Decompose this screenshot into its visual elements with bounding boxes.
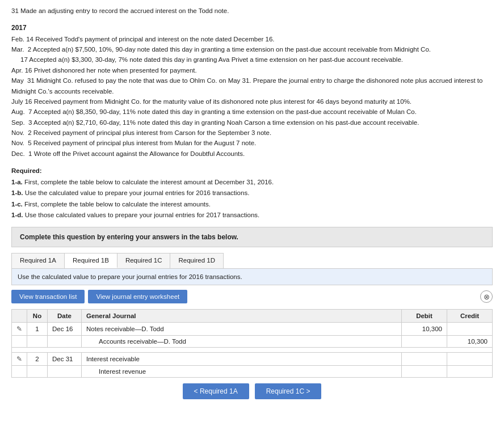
- table-row: ✎ 2 Dec 31 Interest receivable: [12, 353, 493, 366]
- table-row: ✎ 1 Dec 16 Notes receivable—D. Todd 10,3…: [12, 323, 493, 336]
- row-no-1: 1: [27, 323, 48, 336]
- required-title: Required:: [11, 167, 42, 174]
- row-debit-1a[interactable]: 10,300: [402, 323, 447, 336]
- transaction-item: 17 Accepted a(n) $3,300, 30-day, 7% note…: [11, 54, 493, 65]
- col-header-date: Date: [48, 310, 82, 323]
- row-no-2: 2: [27, 353, 48, 366]
- required-item: 1-a. First, complete the table below to …: [11, 177, 493, 188]
- buttons-row: View transaction list View journal entry…: [11, 290, 493, 303]
- row-debit-2a[interactable]: [402, 353, 447, 366]
- tab-required-1a[interactable]: Required 1A: [12, 253, 65, 268]
- required-item: 1-b. Use the calculated value to prepare…: [11, 188, 493, 199]
- page-content: 31 Made an adjusting entry to record the…: [11, 6, 493, 399]
- row-credit-1b[interactable]: 10,300: [447, 336, 493, 348]
- journal-table: No Date General Journal Debit Credit ✎ 1…: [11, 309, 493, 378]
- col-header-credit: Credit: [447, 310, 493, 323]
- col-header-general-journal: General Journal: [82, 310, 402, 323]
- prev-button[interactable]: < Required 1A: [183, 383, 249, 399]
- tab-content-area: Use the calculated value to prepare your…: [11, 268, 493, 285]
- tab-required-1b[interactable]: Required 1B: [65, 253, 117, 268]
- row-credit-1a: [447, 323, 493, 336]
- view-transaction-list-button[interactable]: View transaction list: [11, 290, 85, 303]
- transaction-item: Nov. 5 Received payment of principal plu…: [11, 138, 493, 148]
- close-button[interactable]: ⊗: [480, 290, 493, 303]
- row-description-2a[interactable]: Interest receivable: [82, 353, 402, 366]
- col-header-no: No: [27, 310, 48, 323]
- row-date-1b: [48, 336, 82, 348]
- row-credit-2b[interactable]: [447, 366, 493, 378]
- table-row: Interest revenue: [12, 366, 493, 378]
- edit-col-empty-2: [12, 366, 27, 378]
- row-date-2b: [48, 366, 82, 378]
- bottom-nav: < Required 1A Required 1C >: [11, 383, 493, 399]
- row-credit-2a: [447, 353, 493, 366]
- spacer-row-1: [12, 348, 493, 353]
- transaction-item: Feb. 14 Received Todd's payment of princ…: [11, 34, 493, 44]
- next-button[interactable]: Required 1C >: [255, 383, 322, 399]
- edit-icon-1[interactable]: ✎: [12, 323, 27, 336]
- transaction-item: Apr. 16 Privet dishonored her note when …: [11, 65, 493, 75]
- tab-required-1c[interactable]: Required 1C: [117, 253, 171, 268]
- dec31-entry: 31 Made an adjusting entry to record the…: [11, 6, 493, 16]
- row-no-1b: [27, 336, 48, 348]
- required-items: 1-a. First, complete the table below to …: [11, 177, 493, 221]
- col-header-debit: Debit: [402, 310, 447, 323]
- row-no-2b: [27, 366, 48, 378]
- col-header-edit: [12, 310, 27, 323]
- required-section: Required: 1-a. First, complete the table…: [11, 166, 493, 221]
- edit-icon-2[interactable]: ✎: [12, 353, 27, 366]
- row-description-2b[interactable]: Interest revenue: [82, 366, 402, 378]
- row-description-1b[interactable]: Accounts receivable—D. Todd: [82, 336, 402, 348]
- pencil-icon-2: ✎: [16, 356, 22, 362]
- transaction-item: Mar. 2 Accepted a(n) $7,500, 10%, 90-day…: [11, 44, 493, 54]
- transaction-item: Nov. 2 Received payment of principal plu…: [11, 128, 493, 138]
- view-journal-entry-worksheet-button[interactable]: View journal entry worksheet: [88, 290, 187, 303]
- transaction-item: Aug. 7 Accepted a(n) $8,350, 90-day, 11%…: [11, 107, 493, 117]
- row-debit-2b: [402, 366, 447, 378]
- transactions-list: Feb. 14 Received Todd's payment of princ…: [11, 34, 493, 159]
- edit-col-empty-1: [12, 336, 27, 348]
- row-description-1a[interactable]: Notes receivable—D. Todd: [82, 323, 402, 336]
- row-debit-1b: [402, 336, 447, 348]
- required-item: 1-c. First, complete the table below to …: [11, 199, 493, 210]
- tab-required-1d[interactable]: Required 1D: [170, 253, 223, 268]
- transaction-item: May 31 Midnight Co. refused to pay the n…: [11, 75, 493, 96]
- transaction-item: Dec. 1 Wrote off the Privet account agai…: [11, 149, 493, 159]
- tabs-container: Required 1A Required 1B Required 1C Requ…: [11, 253, 224, 268]
- row-date-1: Dec 16: [48, 323, 82, 336]
- instruction-box: Complete this question by entering your …: [11, 227, 493, 247]
- required-item: 1-d. Use those calculated values to prep…: [11, 210, 493, 221]
- table-row: Accounts receivable—D. Todd 10,300: [12, 336, 493, 348]
- transaction-item: Sep. 3 Accepted a(n) $2,710, 60-day, 11%…: [11, 117, 493, 128]
- row-date-2: Dec 31: [48, 353, 82, 366]
- year-heading: 2017: [11, 23, 493, 33]
- pencil-icon: ✎: [16, 326, 22, 332]
- transaction-item: July 16 Received payment from Midnight C…: [11, 96, 493, 107]
